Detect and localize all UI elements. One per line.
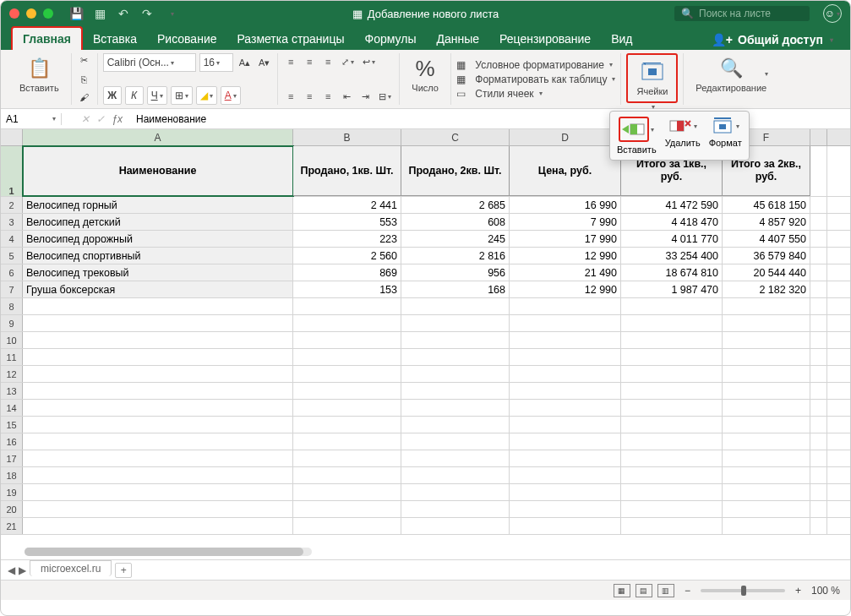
feedback-button[interactable]: ☺▾ — [823, 4, 842, 23]
cell[interactable] — [510, 332, 621, 348]
sheet-prev-icon[interactable]: ◀ — [8, 564, 15, 576]
cell[interactable]: Велосипед горный — [23, 197, 293, 213]
row-header[interactable]: 12 — [1, 366, 23, 382]
cell[interactable]: 4 011 770 — [621, 231, 723, 247]
row-header[interactable]: 2 — [1, 197, 23, 213]
add-sheet-button[interactable]: + — [115, 563, 132, 578]
cell[interactable] — [510, 433, 621, 450]
cell[interactable] — [810, 366, 827, 382]
cell[interactable] — [621, 417, 723, 433]
cell[interactable] — [621, 383, 723, 399]
increase-font-icon[interactable]: A▴ — [237, 54, 253, 71]
cell[interactable] — [510, 400, 621, 416]
cell[interactable] — [723, 349, 810, 365]
cell[interactable] — [810, 349, 827, 365]
cell[interactable] — [810, 332, 827, 348]
cell[interactable]: Велосипед трековый — [23, 264, 293, 281]
qat-dropdown[interactable]: ▾ — [165, 6, 180, 21]
cell[interactable] — [621, 501, 723, 517]
cell[interactable]: 16 990 — [510, 197, 621, 213]
cell[interactable] — [723, 383, 810, 399]
cell[interactable] — [723, 433, 810, 450]
close-window[interactable] — [9, 8, 19, 19]
cell[interactable]: 2 441 — [293, 197, 401, 213]
align-top-icon[interactable]: ≡ — [283, 53, 298, 70]
cell[interactable] — [293, 383, 401, 399]
cell-D1[interactable]: Цена, руб. — [510, 146, 621, 196]
cell[interactable] — [510, 366, 621, 382]
cell[interactable] — [810, 281, 827, 297]
underline-button[interactable]: Ч▾ — [147, 86, 167, 105]
cell[interactable] — [401, 501, 510, 517]
cell[interactable]: 12 990 — [510, 248, 621, 264]
cell[interactable] — [723, 332, 810, 348]
cell[interactable] — [510, 298, 621, 314]
row-header[interactable]: 18 — [1, 467, 23, 483]
tab-home[interactable]: Главная — [11, 26, 83, 50]
row-header[interactable]: 14 — [1, 400, 23, 416]
cell[interactable]: 12 990 — [510, 281, 621, 297]
row-header[interactable]: 13 — [1, 383, 23, 399]
font-size-select[interactable]: 16▾ — [199, 53, 233, 72]
save-icon[interactable]: 💾 — [68, 6, 84, 21]
cell[interactable] — [293, 315, 401, 331]
cell[interactable] — [810, 298, 827, 314]
decrease-font-icon[interactable]: A▾ — [256, 54, 272, 71]
row-header[interactable]: 8 — [1, 298, 23, 314]
cell[interactable] — [810, 467, 827, 483]
cells-dropdown[interactable]: ▾ — [652, 103, 655, 111]
cell[interactable]: 4 418 470 — [621, 214, 723, 230]
cell[interactable] — [621, 366, 723, 382]
cell[interactable] — [621, 433, 723, 450]
cell[interactable] — [401, 450, 510, 466]
popup-format[interactable]: ▾ Формат — [709, 117, 742, 155]
cell[interactable] — [510, 450, 621, 466]
cell[interactable] — [810, 518, 827, 534]
row-header[interactable]: 11 — [1, 349, 23, 365]
view-pagebreak-icon[interactable]: ▥ — [657, 584, 674, 597]
cell[interactable] — [510, 484, 621, 500]
cells-button[interactable]: Ячейки — [630, 57, 674, 100]
format-as-table[interactable]: ▦ Форматировать как таблицу▾ — [456, 74, 615, 85]
cell[interactable] — [401, 400, 510, 416]
cell[interactable] — [810, 231, 827, 247]
name-box[interactable]: A1▾ — [1, 113, 62, 125]
cell[interactable]: Велосипед детский — [23, 214, 293, 230]
cell[interactable] — [723, 298, 810, 314]
col-header-D[interactable]: D — [510, 129, 621, 145]
cell[interactable] — [23, 484, 293, 500]
cell[interactable]: 20 544 440 — [723, 264, 810, 281]
cell[interactable] — [293, 417, 401, 433]
zoom-out-button[interactable]: − — [685, 585, 690, 597]
cell[interactable] — [23, 366, 293, 382]
cell[interactable]: 168 — [401, 281, 510, 297]
zoom-slider[interactable] — [701, 589, 785, 592]
row-header[interactable]: 21 — [1, 518, 23, 534]
col-header-B[interactable]: B — [293, 129, 401, 145]
cell[interactable] — [621, 467, 723, 483]
cell[interactable] — [23, 298, 293, 314]
cell[interactable]: Велосипед дорожный — [23, 231, 293, 247]
cell[interactable] — [621, 298, 723, 314]
cell[interactable] — [723, 501, 810, 517]
cell[interactable] — [293, 332, 401, 348]
cell[interactable] — [23, 315, 293, 331]
cell[interactable] — [723, 400, 810, 416]
insert-dropdown[interactable]: ▾ — [651, 126, 654, 134]
cell[interactable] — [510, 467, 621, 483]
cell[interactable] — [621, 349, 723, 365]
cell[interactable] — [810, 433, 827, 450]
cell[interactable]: 608 — [401, 214, 510, 230]
sheet-next-icon[interactable]: ▶ — [19, 564, 26, 576]
cell-styles[interactable]: ▭ Стили ячеек▾ — [456, 88, 615, 100]
cell-C1[interactable]: Продано, 2кв. Шт. — [401, 146, 510, 196]
cell[interactable] — [23, 467, 293, 483]
view-normal-icon[interactable]: ▦ — [614, 584, 630, 597]
row-header[interactable]: 9 — [1, 315, 23, 331]
cell[interactable] — [723, 518, 810, 534]
row-header[interactable]: 19 — [1, 484, 23, 500]
cell[interactable] — [723, 315, 810, 331]
view-layout-icon[interactable]: ▤ — [636, 584, 652, 597]
cell[interactable] — [293, 298, 401, 314]
cell[interactable] — [810, 383, 827, 399]
